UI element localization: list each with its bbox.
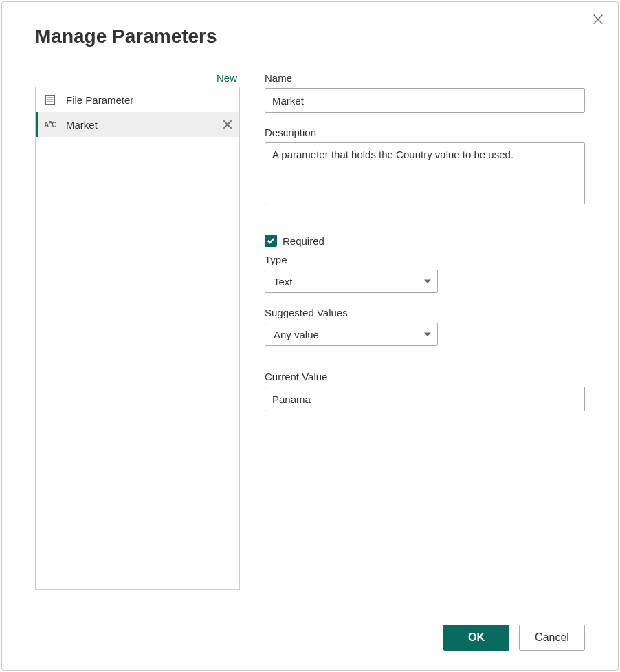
close-button[interactable]: [590, 12, 607, 28]
suggested-values-label: Suggested Values: [265, 307, 585, 318]
name-label: Name: [265, 72, 585, 84]
delete-parameter-button[interactable]: [221, 118, 234, 131]
dialog-content: New File Parameter ABC: [35, 72, 585, 625]
parameter-list-panel: New File Parameter ABC: [35, 72, 240, 625]
parameter-form: Name Description A parameter that holds …: [265, 72, 585, 625]
cancel-button[interactable]: Cancel: [519, 625, 585, 651]
type-field-group: Type Text: [265, 254, 585, 293]
ok-button[interactable]: OK: [443, 625, 509, 651]
type-select-value: Text: [274, 276, 293, 288]
current-value-field-group: Current Value: [265, 371, 585, 411]
close-icon: [590, 12, 606, 27]
name-field-group: Name: [265, 72, 585, 113]
text-type-icon: ABC: [43, 117, 58, 132]
current-value-input[interactable]: [265, 387, 585, 411]
new-parameter-link[interactable]: New: [35, 72, 240, 84]
parameter-item-market[interactable]: ABC Market: [36, 112, 239, 137]
suggested-values-select[interactable]: Any value: [265, 323, 438, 346]
description-input[interactable]: A parameter that holds the Country value…: [265, 142, 585, 204]
parameter-list: File Parameter ABC Market: [35, 87, 240, 590]
dialog-title: Manage Parameters: [35, 25, 585, 47]
dialog-button-row: OK Cancel: [35, 625, 585, 651]
checkmark-icon: [267, 237, 275, 245]
suggested-values-select-value: Any value: [274, 329, 319, 340]
close-icon: [221, 118, 234, 131]
manage-parameters-dialog: Manage Parameters New File Parameter: [1, 1, 619, 671]
name-input[interactable]: [265, 88, 585, 113]
lines-icon: [43, 92, 58, 107]
parameter-item-label: Market: [66, 119, 221, 131]
parameter-item-label: File Parameter: [66, 94, 234, 106]
required-label: Required: [283, 235, 324, 247]
required-field-group: Required: [265, 235, 585, 247]
description-field-group: Description A parameter that holds the C…: [265, 127, 585, 207]
current-value-label: Current Value: [265, 371, 585, 382]
type-select[interactable]: Text: [265, 270, 438, 293]
type-label: Type: [265, 254, 585, 265]
suggested-values-field-group: Suggested Values Any value: [265, 307, 585, 346]
parameter-item-file-parameter[interactable]: File Parameter: [36, 87, 239, 112]
description-label: Description: [265, 127, 585, 138]
required-checkbox[interactable]: [265, 235, 277, 247]
